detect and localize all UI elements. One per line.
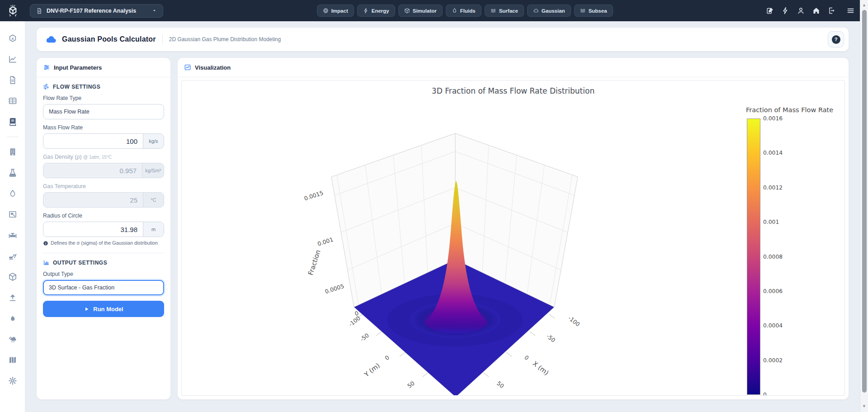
chevron-down-icon bbox=[152, 8, 157, 13]
chart-icon bbox=[184, 64, 191, 71]
svg-text:0: 0 bbox=[383, 354, 391, 362]
scrollbar-thumb[interactable] bbox=[862, 10, 867, 393]
sidebar-item-table[interactable] bbox=[5, 93, 21, 109]
plot-area[interactable]: 3D Fraction of Mass Flow Rate Distributi… bbox=[181, 80, 845, 396]
sidebar-item-weather[interactable] bbox=[5, 331, 21, 347]
project-selector-label: DNV-RP-F107 Reference Analysis bbox=[47, 8, 136, 14]
user-icon bbox=[797, 7, 805, 14]
flow-rate-type-select[interactable]: Mass Flow Rate bbox=[43, 104, 164, 119]
bolt-button[interactable] bbox=[782, 7, 789, 14]
scroll-down-icon[interactable]: ▼ bbox=[860, 404, 868, 408]
visualization-title: Visualization bbox=[195, 64, 231, 71]
gas-temperature-label: Gas Temperature bbox=[43, 183, 164, 189]
colorbar-tick: 0.0002 bbox=[763, 357, 783, 364]
colorbar-title: Fraction of Mass Flow Rate bbox=[746, 106, 833, 114]
sidebar: A bbox=[0, 21, 25, 412]
image-icon bbox=[8, 210, 17, 219]
flow-settings-heading: FLOW SETTINGS bbox=[43, 83, 164, 90]
surface-3d-plot[interactable]: 0.0015 0.001 0.0005 0 Fraction -100 -50 … bbox=[234, 107, 614, 396]
sidebar-item-map[interactable] bbox=[5, 352, 21, 368]
sidebar-item-upload[interactable] bbox=[5, 289, 21, 306]
menu-button[interactable] bbox=[847, 7, 854, 14]
mass-flow-rate-input[interactable]: 100 bbox=[43, 134, 143, 148]
gear-icon bbox=[8, 376, 17, 385]
wind-icon bbox=[43, 83, 50, 90]
nav-tab-impact[interactable]: Impact bbox=[317, 5, 354, 17]
page-subtitle: 2D Gaussian Gas Plume Distribution Model… bbox=[169, 36, 281, 43]
project-selector[interactable]: DNV-RP-F107 Reference Analysis bbox=[30, 4, 163, 18]
colorbar-tick: 0.0016 bbox=[763, 115, 783, 122]
radius-field: 31.98 m bbox=[43, 222, 164, 237]
nav-tab-energy[interactable]: Energy bbox=[357, 5, 395, 17]
output-type-select[interactable]: 3D Surface - Gas Fraction bbox=[43, 280, 164, 295]
header-divider bbox=[162, 34, 163, 44]
info-icon bbox=[43, 241, 48, 246]
nav-tab-simulator[interactable]: Simulator bbox=[398, 5, 443, 17]
svg-text:0: 0 bbox=[523, 354, 530, 362]
gas-density-condition: @ 1atm, 15°C bbox=[83, 155, 112, 160]
radius-note: Defines the σ (sigma) of the Gaussian di… bbox=[43, 240, 164, 246]
topbar-nav: ImpactEnergySimulatorFluidsSurfaceGaussi… bbox=[163, 5, 766, 17]
nav-tab-surface[interactable]: Surface bbox=[485, 5, 524, 17]
sidebar-item-flask[interactable] bbox=[5, 165, 21, 181]
run-model-button[interactable]: Run Model bbox=[43, 301, 164, 317]
sidebar-item-excavator[interactable] bbox=[5, 248, 21, 264]
document-icon bbox=[36, 8, 42, 14]
droplet-icon bbox=[8, 189, 17, 198]
svg-text:-100: -100 bbox=[567, 315, 581, 328]
sidebar-item-building[interactable] bbox=[5, 144, 21, 160]
colorbar-tick: 0.0014 bbox=[763, 150, 783, 156]
help-icon: ? bbox=[832, 35, 840, 44]
nav-tab-fluids[interactable]: Fluids bbox=[446, 5, 481, 17]
page-header-card: Gaussian Pools Calculator 2D Gaussian Ga… bbox=[36, 27, 849, 52]
home-button[interactable] bbox=[812, 7, 820, 14]
nav-tab-gaussian[interactable]: Gaussian bbox=[527, 5, 571, 17]
sidebar-item-valve[interactable] bbox=[5, 227, 21, 243]
mass-flow-rate-unit: kg/s bbox=[143, 134, 164, 148]
sidebar-item-file[interactable] bbox=[5, 72, 21, 88]
line-chart-icon bbox=[8, 55, 17, 64]
user-button[interactable] bbox=[797, 7, 805, 14]
weather-icon bbox=[8, 335, 17, 344]
colorbar-tick: 0.0008 bbox=[763, 254, 783, 260]
vertical-scrollbar[interactable]: ▲ ▼ bbox=[860, 0, 868, 412]
svg-text:0.0015: 0.0015 bbox=[303, 189, 324, 202]
sidebar-item-droplet[interactable] bbox=[5, 185, 21, 202]
sidebar-item-flame[interactable] bbox=[5, 310, 21, 327]
home-icon bbox=[812, 7, 820, 14]
mass-flow-rate-field: 100 kg/s bbox=[43, 133, 164, 149]
sidebar-item-line-chart[interactable] bbox=[5, 51, 21, 67]
cloud-icon bbox=[533, 8, 539, 14]
radius-unit: m bbox=[143, 222, 164, 237]
scroll-up-icon[interactable]: ▲ bbox=[860, 3, 868, 7]
edit-icon bbox=[766, 7, 774, 14]
sidebar-item-gear[interactable] bbox=[5, 373, 21, 389]
svg-text:-50: -50 bbox=[359, 332, 370, 343]
cloud-icon bbox=[45, 33, 57, 46]
mass-flow-rate-label: Mass Flow Rate bbox=[43, 124, 164, 131]
edit-button[interactable] bbox=[766, 7, 774, 14]
sidebar-item-image[interactable] bbox=[5, 206, 21, 223]
sidebar-item-hex-badge[interactable]: A bbox=[5, 30, 21, 47]
hex-badge-icon: A bbox=[8, 34, 17, 43]
gas-temperature-input: 25 bbox=[43, 193, 143, 207]
nav-tab-subsea[interactable]: Subsea bbox=[574, 5, 613, 17]
input-parameters-title: Input Parameters bbox=[54, 64, 102, 71]
sidebar-item-cube[interactable] bbox=[5, 269, 21, 285]
colorbar-tick: 0.001 bbox=[763, 219, 779, 225]
colorbar-tick: 0.0006 bbox=[763, 288, 783, 294]
sidebar-item-book[interactable] bbox=[5, 114, 21, 130]
sign-out-icon bbox=[828, 7, 835, 14]
waves-icon bbox=[491, 8, 496, 14]
radius-input[interactable]: 31.98 bbox=[43, 222, 143, 237]
gas-density-input: 0.957 bbox=[43, 163, 142, 178]
svg-text:-50: -50 bbox=[545, 333, 557, 344]
svg-text:50: 50 bbox=[406, 380, 416, 390]
file-icon bbox=[8, 76, 17, 85]
topbar: DNV-RP-F107 Reference Analysis ImpactEne… bbox=[0, 0, 868, 21]
main-content: Gaussian Pools Calculator 2D Gaussian Ga… bbox=[25, 21, 860, 412]
svg-text:0.0005: 0.0005 bbox=[324, 283, 345, 295]
help-button[interactable]: ? bbox=[828, 31, 844, 47]
sign-out-button[interactable] bbox=[828, 7, 835, 14]
input-parameters-header: Input Parameters bbox=[37, 58, 170, 77]
